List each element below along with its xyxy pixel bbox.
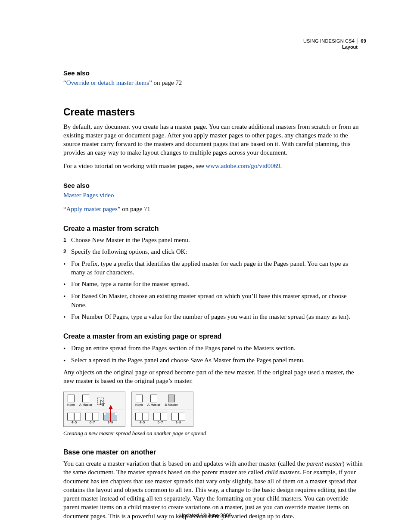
see-also-heading: See also bbox=[63, 69, 364, 78]
heading-create-masters: Create masters bbox=[63, 106, 364, 119]
doc-title: USING INDESIGN CS4 bbox=[303, 38, 355, 44]
step-2: Specify the following options, and click… bbox=[71, 247, 187, 256]
figure-caption: Creating a new master spread based on an… bbox=[63, 429, 364, 437]
link-video-url[interactable]: www.adobe.com/go/vid0069 bbox=[206, 162, 280, 169]
opt-prefix: For Prefix, type a prefix that identifie… bbox=[71, 259, 364, 277]
base-paragraph: You can create a master variation that i… bbox=[63, 459, 364, 520]
link-override-detach[interactable]: Override or detach master items bbox=[66, 79, 149, 86]
heading-from-existing: Create a master from an existing page or… bbox=[63, 332, 364, 341]
opt-name: For Name, type a name for the master spr… bbox=[71, 280, 189, 289]
link-apply-master-pages[interactable]: Apply master pages bbox=[66, 205, 118, 212]
existing-b1: Drag an entire spread from the Pages sec… bbox=[71, 344, 296, 353]
opt-based-on: For Based On Master, choose an existing … bbox=[71, 292, 364, 309]
running-header: USING INDESIGN CS4 69 Layout bbox=[303, 38, 366, 50]
heading-base-on-another: Base one master on another bbox=[63, 448, 364, 457]
existing-paragraph: Any objects on the original page or spre… bbox=[63, 368, 364, 386]
options-list: •For Prefix, type a prefix that identifi… bbox=[63, 259, 364, 322]
existing-b2: Select a spread in the Pages panel and c… bbox=[71, 356, 305, 365]
link-master-pages-video[interactable]: Master Pages video bbox=[63, 192, 114, 199]
pages-panel-after: None A-Master B-Master 4–5 6–7 8–9 bbox=[131, 392, 193, 427]
see-also-apply: “Apply master pages” on page 71 bbox=[63, 205, 364, 213]
drag-cursor-icon bbox=[100, 399, 108, 407]
intro-paragraph-1: By default, any document you create has … bbox=[63, 122, 364, 157]
intro-paragraph-2: For a video tutorial on working with mas… bbox=[63, 162, 364, 170]
opt-num-pages: For Number Of Pages, type a value for th… bbox=[71, 312, 350, 321]
see-also-line: “Override or detach master items” on pag… bbox=[63, 78, 364, 87]
svg-marker-1 bbox=[109, 405, 113, 409]
page-number: 69 bbox=[358, 38, 366, 44]
section-name: Layout bbox=[303, 44, 366, 50]
drag-arrow-icon bbox=[108, 405, 114, 423]
steps-list: 1Choose New Master in the Pages panel me… bbox=[63, 236, 364, 256]
page-content: See also “Override or detach master item… bbox=[63, 69, 364, 520]
see-also-heading-2: See also bbox=[63, 181, 364, 190]
heading-from-scratch: Create a master from scratch bbox=[63, 224, 364, 233]
figure-panels: None A-Master 4–5 6–7 8–9 bbox=[63, 392, 364, 437]
step-1: Choose New Master in the Pages panel men… bbox=[71, 236, 190, 244]
existing-list: •Drag an entire spread from the Pages se… bbox=[63, 344, 364, 365]
pages-panel-before: None A-Master 4–5 6–7 8–9 bbox=[63, 392, 125, 427]
footer-updated: Updated 18 June 2009 bbox=[0, 512, 411, 519]
